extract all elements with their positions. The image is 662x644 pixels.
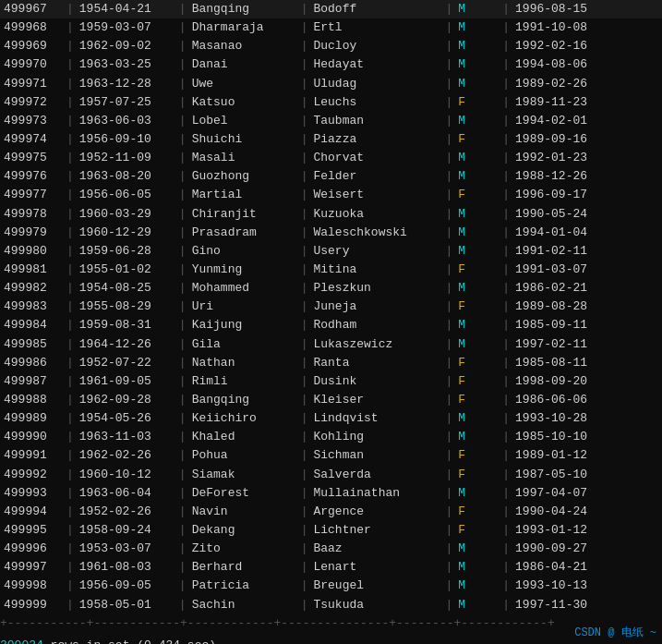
- cell-dob: 1963-06-03: [76, 112, 177, 130]
- sep: |: [443, 224, 454, 242]
- cell-id: 499982: [0, 279, 65, 298]
- table-row: 499971| 1963-12-28| Uwe| Uludag| M| 1989…: [0, 75, 662, 93]
- cell-dob: 1956-06-05: [76, 186, 177, 204]
- table-row: 499969| 1962-09-02| Masanao| Ducloy| M| …: [0, 37, 662, 55]
- cell-last: Argence: [309, 503, 443, 521]
- cell-dob: 1960-03-29: [76, 205, 177, 224]
- cell-gender: F: [454, 466, 500, 484]
- sep: |: [299, 55, 310, 74]
- sep: |: [443, 409, 454, 428]
- sep: |: [500, 279, 512, 298]
- cell-hire: 1986-02-21: [512, 279, 613, 298]
- watermark: CSDN @ 电纸 ~: [574, 625, 656, 640]
- cell-dob: 1962-09-28: [76, 391, 177, 409]
- footer-summary: 300024 rows in set (0.434 sec): [0, 633, 662, 644]
- cell-hire: 1998-09-20: [512, 372, 613, 391]
- table-row: 499989| 1954-05-26| Keiichiro| Lindqvist…: [0, 409, 662, 428]
- cell-dob: 1959-06-28: [76, 242, 177, 261]
- cell-first: Kaijung: [188, 316, 299, 334]
- cell-gender: M: [454, 205, 500, 224]
- sep: |: [65, 316, 76, 334]
- sep: |: [443, 298, 454, 316]
- table-row: 499980| 1959-06-28| Gino| Usery| M| 1991…: [0, 242, 662, 261]
- sep: |: [177, 75, 188, 93]
- sep: |: [65, 484, 76, 503]
- sep: |: [299, 167, 310, 186]
- sep: |: [500, 242, 512, 261]
- cell-dob: 1960-12-29: [76, 224, 177, 242]
- sep: |: [65, 149, 76, 167]
- cell-id: 499975: [0, 149, 65, 167]
- sep: |: [65, 409, 76, 428]
- sep: |: [65, 446, 76, 465]
- cell-last: Ertl: [309, 18, 443, 37]
- cell-gender: M: [454, 112, 500, 130]
- sep: |: [177, 428, 188, 446]
- cell-gender: M: [454, 484, 500, 503]
- table-row: 499992| 1960-10-12| Siamak| Salverda| F|…: [0, 466, 662, 484]
- cell-hire: 1985-10-10: [512, 428, 613, 446]
- cell-dob: 1964-12-26: [76, 335, 177, 354]
- sep: |: [299, 298, 310, 316]
- table-row: 499985| 1964-12-26| Gila| Lukaszewicz| M…: [0, 335, 662, 354]
- sep: |: [299, 37, 310, 55]
- cell-id: 499977: [0, 186, 65, 204]
- table-row: 499990| 1963-11-03| Khaled| Kohling| M| …: [0, 428, 662, 446]
- sep: |: [177, 205, 188, 224]
- cell-hire: 1991-03-07: [512, 261, 613, 279]
- cell-last: Felder: [309, 167, 443, 186]
- sep: |: [443, 37, 454, 55]
- sep: |: [65, 540, 76, 558]
- sep: |: [177, 446, 188, 465]
- cell-last: Sichman: [309, 446, 443, 465]
- cell-last: Bodoff: [309, 0, 443, 18]
- cell-last: Weisert: [309, 186, 443, 204]
- sep: |: [65, 242, 76, 261]
- cell-id: 499997: [0, 558, 65, 577]
- cell-gender: F: [454, 93, 500, 112]
- cell-id: 499990: [0, 428, 65, 446]
- sep: |: [299, 261, 310, 279]
- cell-id: 499970: [0, 55, 65, 74]
- sep: |: [443, 167, 454, 186]
- cell-last: Pleszkun: [309, 279, 443, 298]
- cell-first: Gila: [188, 335, 299, 354]
- sep: |: [443, 18, 454, 37]
- sep: |: [177, 0, 188, 18]
- cell-id: 499976: [0, 167, 65, 186]
- table-container: 499967| 1954-04-21| Bangqing| Bodoff| M|…: [0, 0, 662, 644]
- sep: |: [65, 279, 76, 298]
- sep: |: [443, 335, 454, 354]
- sep: |: [443, 205, 454, 224]
- sep: |: [443, 577, 454, 595]
- cell-gender: M: [454, 55, 500, 74]
- sep: |: [500, 409, 512, 428]
- cell-id: 499989: [0, 409, 65, 428]
- cell-dob: 1956-09-10: [76, 130, 177, 149]
- cell-last: Lichtner: [309, 521, 443, 540]
- cell-gender: M: [454, 242, 500, 261]
- cell-hire: 1985-09-11: [512, 316, 613, 334]
- sep: |: [500, 335, 512, 354]
- sep: |: [443, 186, 454, 204]
- cell-id: 499995: [0, 521, 65, 540]
- sep: |: [299, 484, 310, 503]
- sep: |: [65, 261, 76, 279]
- table-row: 499976| 1963-08-20| Guozhong| Felder| M|…: [0, 167, 662, 186]
- sep: |: [299, 186, 310, 204]
- sep: |: [65, 75, 76, 93]
- cell-last: Uludag: [309, 75, 443, 93]
- cell-first: Masanao: [188, 37, 299, 55]
- cell-dob: 1955-08-29: [76, 298, 177, 316]
- cell-first: Sachin: [188, 596, 299, 614]
- cell-hire: 1990-04-24: [512, 503, 613, 521]
- cell-gender: M: [454, 18, 500, 37]
- sep: |: [500, 466, 512, 484]
- sep: |: [177, 521, 188, 540]
- sep: |: [65, 372, 76, 391]
- sep: |: [65, 55, 76, 74]
- cell-last: Usery: [309, 242, 443, 261]
- cell-first: Pohua: [188, 446, 299, 465]
- cell-first: Siamak: [188, 466, 299, 484]
- cell-last: Rodham: [309, 316, 443, 334]
